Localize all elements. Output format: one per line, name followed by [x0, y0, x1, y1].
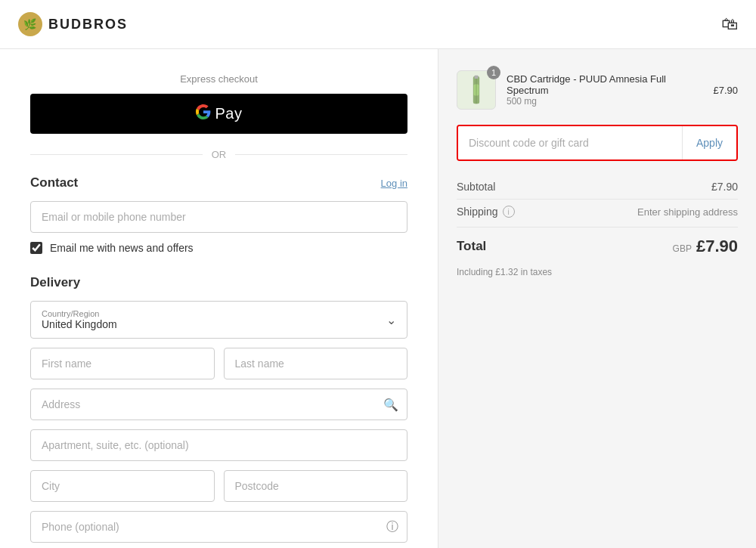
phone-input[interactable] [30, 511, 407, 543]
header: 🌿 BUDBROS 🛍 [0, 0, 756, 49]
last-name-input[interactable] [224, 348, 408, 379]
phone-wrapper: ⓘ [30, 511, 407, 543]
newsletter-checkbox[interactable] [30, 242, 42, 254]
address-wrapper: 🔍 [30, 389, 407, 420]
subtotal-label: Subtotal [457, 181, 495, 193]
newsletter-label: Email me with news and offers [50, 242, 194, 254]
shipping-info-icon[interactable]: i [503, 206, 515, 218]
discount-input[interactable] [458, 126, 682, 159]
subtotal-row: Subtotal £7.90 [457, 175, 738, 199]
express-checkout-label: Express checkout [30, 73, 407, 85]
cart-button[interactable]: 🛍 [721, 14, 738, 34]
logo-text: BUDBROS [48, 17, 128, 33]
country-select-wrapper[interactable]: Country/Region United Kingdom ⌄ United K… [30, 301, 407, 339]
gpay-text: Pay [215, 105, 243, 122]
product-variant: 500 mg [507, 96, 702, 107]
postcode-input[interactable] [224, 470, 408, 502]
left-panel: Express checkout Pay OR [0, 49, 438, 548]
discount-box: Apply [457, 125, 738, 161]
logo: 🌿 BUDBROS [18, 12, 128, 36]
product-name: CBD Cartridge - PUUD Amnesia Full Spectr… [507, 73, 702, 96]
shipping-row: Shipping i Enter shipping address [457, 199, 738, 224]
city-postcode-row [30, 470, 407, 502]
logo-icon: 🌿 [18, 12, 42, 36]
city-input[interactable] [30, 470, 215, 502]
newsletter-row: Email me with news and offers [30, 242, 407, 254]
subtotal-value: £7.90 [711, 181, 738, 193]
product-badge: 1 [487, 66, 500, 79]
google-g-icon [196, 104, 211, 123]
total-value-group: GBP £7.90 [673, 237, 738, 256]
first-name-input[interactable] [30, 348, 215, 379]
express-checkout-section: Express checkout Pay OR [30, 73, 407, 160]
svg-rect-1 [475, 76, 479, 79]
total-label: Total [457, 239, 486, 254]
product-price: £7.90 [713, 85, 738, 96]
contact-header: Contact Log in [30, 175, 407, 190]
tax-note: Including £1.32 in taxes [457, 267, 738, 277]
delivery-title: Delivery [30, 275, 407, 290]
search-icon: 🔍 [383, 398, 398, 412]
total-row: Total GBP £7.90 [457, 227, 738, 265]
apartment-input[interactable] [30, 429, 407, 461]
email-input[interactable] [30, 201, 407, 233]
shipping-value: Enter shipping address [637, 206, 738, 218]
delivery-section: Delivery Country/Region United Kingdom ⌄… [30, 275, 407, 543]
product-item: 1 CBD Cartridge - PUUD Amnesia Full Spec… [457, 70, 738, 110]
product-image-wrapper: 1 [457, 70, 496, 110]
total-currency: GBP [673, 243, 692, 254]
phone-info-icon[interactable]: ⓘ [386, 519, 398, 535]
right-panel: 1 CBD Cartridge - PUUD Amnesia Full Spec… [438, 49, 756, 548]
name-row [30, 348, 407, 379]
contact-section: Contact Log in Email me with news and of… [30, 175, 407, 254]
contact-title: Contact [30, 175, 78, 190]
login-link[interactable]: Log in [381, 178, 407, 189]
gpay-button[interactable]: Pay [30, 94, 407, 134]
main-content: Express checkout Pay OR [0, 49, 756, 548]
shipping-label: Shipping i [457, 206, 515, 218]
address-input[interactable] [30, 389, 407, 420]
product-info: CBD Cartridge - PUUD Amnesia Full Spectr… [507, 73, 702, 107]
apply-button[interactable]: Apply [682, 126, 736, 159]
total-amount: £7.90 [696, 237, 738, 256]
order-summary: Subtotal £7.90 Shipping i Enter shipping… [457, 175, 738, 277]
or-divider: OR [30, 149, 407, 160]
